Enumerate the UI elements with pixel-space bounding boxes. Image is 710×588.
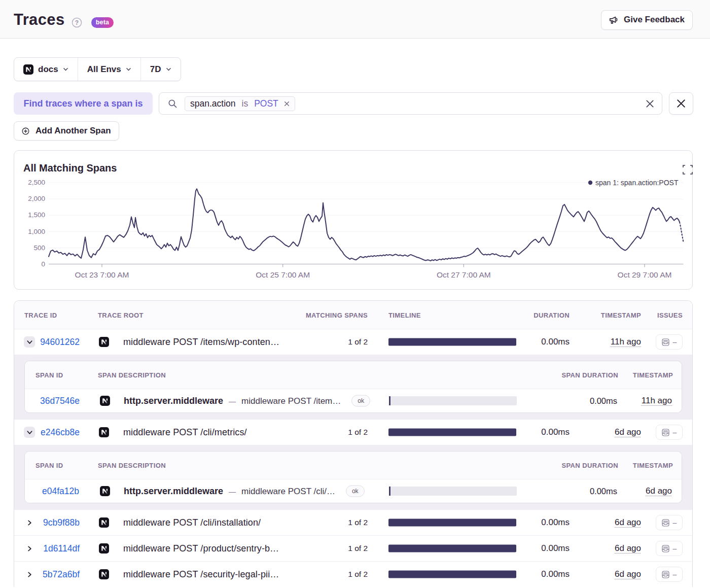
svg-text:0: 0	[41, 260, 45, 268]
svg-text:Oct 27 7:00 AM: Oct 27 7:00 AM	[437, 270, 491, 279]
svg-text:1,000: 1,000	[28, 228, 45, 235]
svg-text:1,500: 1,500	[28, 211, 45, 219]
svg-text:Oct 29 7:00 AM: Oct 29 7:00 AM	[618, 270, 672, 279]
svg-text:Oct 23 7:00 AM: Oct 23 7:00 AM	[75, 270, 129, 279]
svg-text:500: 500	[33, 244, 45, 252]
svg-text:2,000: 2,000	[28, 195, 45, 202]
svg-text:span 1: span.action:POST: span 1: span.action:POST	[595, 179, 679, 187]
svg-text:2,500: 2,500	[28, 179, 45, 186]
svg-text:?: ?	[75, 19, 78, 26]
svg-text:Oct 25 7:00 AM: Oct 25 7:00 AM	[256, 270, 310, 279]
